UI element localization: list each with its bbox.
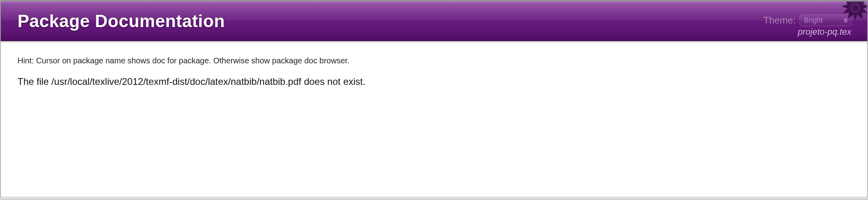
- page-title: Package Documentation: [17, 11, 225, 31]
- content-area: Hint: Cursor on package name shows doc f…: [1, 41, 867, 199]
- window-bottom-edge: [0, 197, 868, 200]
- theme-select-value: Bright: [804, 16, 823, 25]
- header-bar: Package Documentation Theme: Bright: [1, 1, 867, 41]
- svg-point-1: [852, 5, 858, 11]
- error-message: The file /usr/local/texlive/2012/texmf-d…: [17, 75, 851, 88]
- window-frame: Package Documentation Theme: Bright: [0, 0, 868, 200]
- hint-text: Hint: Cursor on package name shows doc f…: [17, 56, 851, 65]
- gear-icon[interactable]: [837, 1, 867, 31]
- theme-label: Theme:: [763, 15, 796, 26]
